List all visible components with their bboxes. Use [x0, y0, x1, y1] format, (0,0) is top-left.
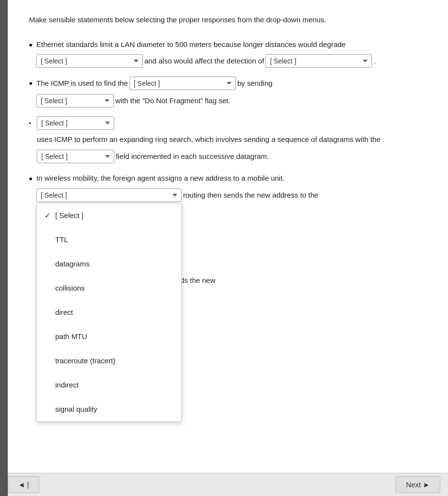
q1-select1-wrap: [ Select ] TTL datagrams collisions sign…: [36, 53, 143, 69]
q2-line1: The ICMP is used to find the [ Select ] …: [36, 76, 424, 91]
bullet-4: •: [29, 171, 32, 186]
dp-label-traceroute: traceroute (tracert): [55, 354, 115, 368]
q4-text1: In wireless mobility, the foreign agent …: [36, 171, 285, 186]
q4-text2: routing then sends the new address to th…: [183, 188, 318, 202]
dp-label-datagrams: datagrams: [55, 257, 90, 271]
dp-label-path-mtu: path MTU: [55, 329, 87, 344]
intro-text: Make sensible statements below selecting…: [29, 15, 424, 26]
dp-item-direct[interactable]: direct: [37, 300, 181, 325]
q1-select2-wrap: [ Select ] TTL collisions signal quality: [265, 53, 372, 69]
dp-item-collisions[interactable]: collisions: [37, 276, 181, 300]
q4-content: In wireless mobility, the foreign agent …: [36, 171, 424, 305]
dp-item-path-mtu[interactable]: path MTU: [37, 325, 181, 349]
q2-text2: by sending: [237, 76, 273, 91]
q1-text1: Ethernet standards limit a LAN diameter …: [36, 37, 346, 52]
q1-content: Ethernet standards limit a LAN diameter …: [36, 37, 424, 69]
q3-text1: uses ICMP to perform an expanding ring s…: [37, 132, 380, 147]
q4-select1-open-wrap: [ Select ] TTL datagrams collisions dire…: [36, 187, 182, 203]
q1-text2: and also would affect the detection of: [144, 54, 264, 68]
q2-select2[interactable]: [ Select ] TTL datagrams path MTU: [36, 94, 114, 108]
q3-select1-wrap: [ Select ] traceroute (tracert) TTL path…: [37, 115, 114, 131]
q1-select1[interactable]: [ Select ] TTL datagrams collisions sign…: [36, 54, 143, 68]
dp-check-select: ✓: [45, 208, 55, 223]
dp-item-ttl[interactable]: TTL: [37, 228, 181, 252]
q3-select2[interactable]: [ Select ] TTL datagrams path MTU: [37, 150, 114, 163]
q2-text3: with the “Do Not Fragment” flag set.: [115, 93, 231, 108]
dp-item-datagrams[interactable]: datagrams: [37, 252, 181, 276]
q2-select1-wrap: [ Select ] path MTU TTL datagrams: [129, 76, 236, 91]
q4-line2: [ Select ] TTL datagrams collisions dire…: [36, 187, 424, 203]
page-wrapper: Make sensible statements below selecting…: [0, 0, 448, 496]
bullet-1: •: [29, 37, 32, 53]
q4-select1[interactable]: [ Select ] TTL datagrams collisions dire…: [36, 188, 182, 202]
dropdown-popup: ✓ [ Select ] TTL datagrams: [36, 203, 182, 422]
dp-label-indirect: indirect: [55, 378, 78, 392]
q3-line2: [ Select ] TTL datagrams path MTU field …: [37, 149, 424, 164]
question-4: • In wireless mobility, the foreign agen…: [29, 171, 424, 305]
dp-label-signal-quality: signal quality: [55, 402, 97, 417]
bullet-2: •: [29, 76, 32, 91]
dp-item-select[interactable]: ✓ [ Select ]: [37, 203, 181, 228]
dp-item-indirect[interactable]: indirect: [37, 373, 181, 397]
question-1: • Ethernet standards limit a LAN diamete…: [29, 37, 424, 69]
q1-line1: Ethernet standards limit a LAN diameter …: [36, 37, 424, 69]
q3-line1: [ Select ] traceroute (tracert) TTL path…: [37, 115, 424, 147]
bullet-3: •: [29, 119, 31, 128]
q2-text1: The ICMP is used to find the: [36, 76, 128, 91]
q4-line1: In wireless mobility, the foreign agent …: [36, 171, 424, 186]
dp-label-collisions: collisions: [55, 281, 85, 295]
q3-select2-wrap: [ Select ] TTL datagrams path MTU: [37, 149, 114, 164]
dp-item-traceroute[interactable]: traceroute (tracert): [37, 349, 181, 373]
prev-button[interactable]: ◄ |: [8, 476, 39, 493]
dp-label-select: [ Select ]: [55, 208, 83, 223]
question-2: • The ICMP is used to find the [ Select …: [29, 76, 424, 108]
q3-content: [ Select ] traceroute (tracert) TTL path…: [37, 115, 424, 164]
content-area: Make sensible statements below selecting…: [0, 0, 448, 473]
dp-item-signal-quality[interactable]: signal quality: [37, 397, 181, 421]
q2-content: The ICMP is used to find the [ Select ] …: [36, 76, 424, 108]
dp-label-direct: direct: [55, 305, 73, 320]
q3-text2: field incremented in each successive dat…: [116, 149, 269, 164]
q3-select1[interactable]: [ Select ] traceroute (tracert) TTL path…: [37, 116, 114, 130]
q2-line2: [ Select ] TTL datagrams path MTU with t…: [36, 93, 424, 108]
q2-select1[interactable]: [ Select ] path MTU TTL datagrams: [129, 77, 236, 90]
next-label: Next ►: [406, 480, 430, 489]
q1-select2[interactable]: [ Select ] TTL collisions signal quality: [265, 54, 372, 68]
next-button[interactable]: Next ►: [396, 476, 440, 493]
bottom-nav: ◄ | Next ►: [0, 473, 448, 496]
q1-text3: .: [373, 54, 375, 68]
question-3: • [ Select ] traceroute (tracert) TTL pa…: [29, 115, 424, 164]
prev-label: ◄ |: [18, 480, 29, 489]
q2-select2-wrap: [ Select ] TTL datagrams path MTU: [36, 93, 114, 108]
dp-label-ttl: TTL: [55, 232, 68, 247]
